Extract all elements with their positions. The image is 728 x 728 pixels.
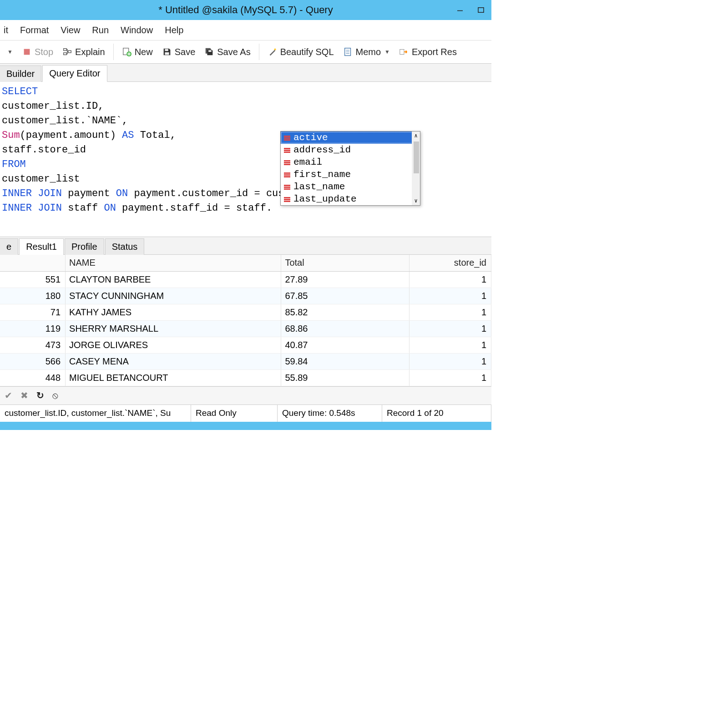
grid-header-storeid[interactable]: store_id xyxy=(410,255,491,271)
table-cell[interactable]: MIGUEL BETANCOURT xyxy=(66,369,281,386)
scroll-thumb[interactable] xyxy=(414,142,419,173)
memo-button[interactable]: Memo ▼ xyxy=(339,45,394,59)
result-tab-result1[interactable]: Result1 xyxy=(19,238,64,255)
svg-rect-20 xyxy=(284,150,290,151)
table-cell[interactable]: 71 xyxy=(0,304,66,320)
table-row[interactable]: 448MIGUEL BETANCOURT55.891 xyxy=(0,369,491,386)
grid-header-name[interactable]: NAME xyxy=(66,255,281,271)
result-tab[interactable]: e xyxy=(0,238,18,255)
tab-query-editor[interactable]: Query Editor xyxy=(42,65,107,82)
table-cell[interactable]: 1 xyxy=(410,320,491,337)
table-cell[interactable]: 1 xyxy=(410,304,491,320)
grid-header[interactable] xyxy=(0,255,66,271)
svg-rect-1 xyxy=(478,8,484,13)
grid-header-total[interactable]: Total xyxy=(281,255,410,271)
toolbar-dropdown[interactable]: ▼ xyxy=(2,47,17,57)
table-cell[interactable]: STACY CUNNINGHAM xyxy=(66,288,281,304)
table-row[interactable]: 551CLAYTON BARBEE27.891 xyxy=(0,271,491,288)
column-icon xyxy=(283,135,291,141)
stop-button[interactable]: Stop xyxy=(17,45,58,59)
column-icon xyxy=(283,172,291,178)
grid-header-row: NAME Total store_id xyxy=(0,255,491,271)
autocomplete-popup[interactable]: ∧ ∨ activeaddress_idemailfirst_namelast_… xyxy=(280,131,420,206)
window-minimize-button[interactable] xyxy=(450,0,470,20)
table-cell[interactable]: SHERRY MARSHALL xyxy=(66,320,281,337)
table-cell[interactable]: 566 xyxy=(0,353,66,369)
table-cell[interactable]: 119 xyxy=(0,320,66,337)
autocomplete-item[interactable]: last_name xyxy=(281,181,420,193)
table-cell[interactable]: 551 xyxy=(0,271,66,288)
table-cell[interactable]: 1 xyxy=(410,369,491,386)
explain-icon xyxy=(62,47,72,57)
tab-builder[interactable]: Builder xyxy=(0,66,41,82)
editor-tabstrip: Builder Query Editor xyxy=(0,64,491,82)
save-button[interactable]: Save xyxy=(157,45,200,59)
column-icon xyxy=(283,159,291,166)
table-cell[interactable]: 59.84 xyxy=(281,353,410,369)
autocomplete-item[interactable]: last_update xyxy=(281,193,420,205)
table-cell[interactable]: 67.85 xyxy=(281,288,410,304)
saveas-button[interactable]: Save As xyxy=(200,45,255,59)
toolbar: ▼ Stop Explain New Save Save As Beautify… xyxy=(0,40,491,64)
status-sql-preview: customer_list.ID, customer_list.`NAME`, … xyxy=(0,405,191,422)
autocomplete-item[interactable]: active xyxy=(281,131,420,144)
table-cell[interactable]: KATHY JAMES xyxy=(66,304,281,320)
export-button[interactable]: Export Res xyxy=(394,45,461,59)
status-record: Record 1 of 20 xyxy=(382,405,491,422)
stop-refresh-icon[interactable]: ⦸ xyxy=(52,390,58,401)
statusbar: customer_list.ID, customer_list.`NAME`, … xyxy=(0,404,491,422)
table-cell[interactable]: JORGE OLIVARES xyxy=(66,337,281,353)
menu-item[interactable]: it xyxy=(4,25,8,35)
autocomplete-item[interactable]: email xyxy=(281,156,420,168)
table-cell[interactable]: 27.89 xyxy=(281,271,410,288)
table-cell[interactable]: 68.86 xyxy=(281,320,410,337)
table-cell[interactable]: CASEY MENA xyxy=(66,353,281,369)
menu-item[interactable]: Format xyxy=(20,25,49,35)
results-grid[interactable]: NAME Total store_id 551CLAYTON BARBEE27.… xyxy=(0,255,491,386)
result-tab-status[interactable]: Status xyxy=(105,238,145,255)
table-row[interactable]: 566CASEY MENA59.841 xyxy=(0,353,491,369)
menu-item[interactable]: Run xyxy=(92,25,109,35)
cancel-icon: ✖ xyxy=(20,390,28,401)
svg-rect-17 xyxy=(284,137,290,139)
svg-rect-24 xyxy=(284,164,290,165)
refresh-icon[interactable]: ↻ xyxy=(36,390,44,401)
table-cell[interactable]: 448 xyxy=(0,369,66,386)
autocomplete-item[interactable]: address_id xyxy=(281,144,420,156)
table-row[interactable]: 119SHERRY MARSHALL68.861 xyxy=(0,320,491,337)
svg-rect-25 xyxy=(284,172,290,174)
autocomplete-item[interactable]: first_name xyxy=(281,168,420,181)
table-cell[interactable]: 1 xyxy=(410,271,491,288)
table-cell[interactable]: CLAYTON BARBEE xyxy=(66,271,281,288)
explain-button[interactable]: Explain xyxy=(58,45,110,59)
table-row[interactable]: 71KATHY JAMES85.821 xyxy=(0,304,491,320)
scroll-up-icon[interactable]: ∧ xyxy=(414,131,417,139)
table-cell[interactable]: 1 xyxy=(410,337,491,353)
svg-rect-28 xyxy=(284,185,290,186)
table-row[interactable]: 473JORGE OLIVARES40.871 xyxy=(0,337,491,353)
new-button[interactable]: New xyxy=(117,45,157,59)
result-tab-profile[interactable]: Profile xyxy=(65,238,104,255)
table-row[interactable]: 180STACY CUNNINGHAM67.851 xyxy=(0,288,491,304)
scroll-down-icon[interactable]: ∨ xyxy=(414,197,417,205)
toolbar-separator xyxy=(113,44,114,60)
table-cell[interactable]: 85.82 xyxy=(281,304,410,320)
table-cell[interactable]: 1 xyxy=(410,353,491,369)
table-cell[interactable]: 55.89 xyxy=(281,369,410,386)
svg-rect-15 xyxy=(400,50,404,55)
svg-rect-16 xyxy=(284,136,290,137)
table-cell[interactable]: 473 xyxy=(0,337,66,353)
beautify-button[interactable]: Beautify SQL xyxy=(263,45,339,59)
table-cell[interactable]: 40.87 xyxy=(281,337,410,353)
save-icon xyxy=(162,47,172,57)
menu-item[interactable]: Help xyxy=(165,25,183,35)
column-icon xyxy=(283,147,291,153)
menu-item[interactable]: Window xyxy=(121,25,153,35)
table-cell[interactable]: 1 xyxy=(410,288,491,304)
autocomplete-scrollbar[interactable]: ∧ ∨ xyxy=(412,131,420,205)
svg-rect-10 xyxy=(208,50,211,52)
window-maximize-button[interactable] xyxy=(470,0,491,20)
menu-item[interactable]: View xyxy=(61,25,80,35)
table-cell[interactable]: 180 xyxy=(0,288,66,304)
svg-rect-23 xyxy=(284,162,290,163)
